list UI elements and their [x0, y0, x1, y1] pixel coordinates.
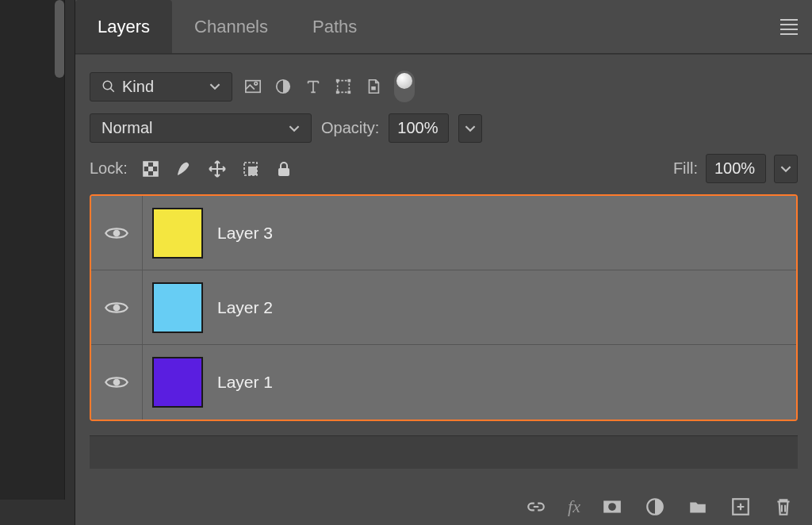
- layers-panel: Layers Channels Paths Kind: [75, 0, 812, 525]
- filter-type-icon[interactable]: [304, 77, 323, 96]
- blend-mode-value: Normal: [102, 119, 152, 137]
- svg-point-22: [113, 379, 121, 386]
- chevron-down-icon: [289, 123, 300, 134]
- svg-point-0: [103, 81, 112, 90]
- eye-icon: [105, 299, 128, 316]
- layer-row[interactable]: Layer 2: [91, 270, 796, 345]
- filter-row: Kind: [75, 59, 812, 113]
- layer-name[interactable]: Layer 3: [217, 224, 273, 243]
- tab-paths[interactable]: Paths: [290, 0, 379, 53]
- canvas-edge: [0, 0, 65, 500]
- layer-row[interactable]: Layer 3: [91, 196, 796, 270]
- opacity-label[interactable]: Opacity:: [321, 119, 379, 137]
- lock-transparency-icon[interactable]: [140, 159, 161, 179]
- fill-input[interactable]: 100%: [706, 154, 766, 183]
- panel-menu-icon[interactable]: [780, 16, 798, 38]
- svg-rect-18: [248, 167, 257, 175]
- layer-row[interactable]: Layer 1: [91, 345, 796, 420]
- lock-label: Lock:: [90, 159, 128, 178]
- layer-name[interactable]: Layer 2: [217, 298, 273, 317]
- layer-mask-icon[interactable]: [601, 496, 623, 517]
- filter-shape-icon[interactable]: [334, 77, 353, 96]
- link-layers-icon[interactable]: [525, 496, 547, 517]
- svg-rect-14: [148, 167, 153, 171]
- lock-position-icon[interactable]: [207, 159, 228, 179]
- svg-rect-8: [336, 91, 339, 94]
- filter-adjustment-icon[interactable]: [274, 77, 293, 96]
- new-layer-icon[interactable]: [730, 496, 752, 517]
- tab-layers[interactable]: Layers: [75, 0, 172, 53]
- layer-name[interactable]: Layer 1: [217, 373, 273, 392]
- svg-point-21: [113, 304, 121, 311]
- layer-thumbnail[interactable]: [152, 357, 203, 408]
- visibility-toggle[interactable]: [91, 224, 142, 242]
- filter-kind-dropdown[interactable]: Kind: [90, 72, 232, 102]
- scrollbar-thumb[interactable]: [55, 0, 64, 78]
- lock-pixels-icon[interactable]: [174, 159, 194, 179]
- svg-rect-13: [153, 162, 158, 167]
- layer-style-icon[interactable]: fx: [568, 496, 580, 517]
- fill-label[interactable]: Fill:: [673, 159, 698, 178]
- eye-icon: [105, 374, 128, 391]
- filter-kind-label: Kind: [122, 78, 154, 96]
- opacity-dropdown-button[interactable]: [458, 114, 482, 143]
- eye-icon: [105, 224, 128, 242]
- chevron-down-icon: [209, 81, 220, 92]
- visibility-toggle[interactable]: [91, 374, 142, 391]
- svg-rect-16: [153, 171, 158, 176]
- svg-point-24: [608, 503, 616, 511]
- svg-rect-7: [348, 79, 351, 82]
- panel-footer: fx: [525, 496, 795, 517]
- svg-rect-10: [371, 86, 376, 90]
- new-group-icon[interactable]: [687, 496, 709, 517]
- layers-empty-area[interactable]: [90, 435, 798, 469]
- lock-artboard-icon[interactable]: [240, 159, 261, 179]
- blend-row: Normal Opacity: 100%: [75, 113, 812, 154]
- filter-smartobject-icon[interactable]: [364, 77, 383, 96]
- svg-line-1: [110, 88, 114, 92]
- chevron-down-icon: [780, 163, 791, 174]
- svg-point-3: [255, 82, 258, 86]
- layer-thumbnail[interactable]: [152, 208, 203, 259]
- opacity-input[interactable]: 100%: [389, 113, 449, 143]
- svg-rect-12: [144, 162, 148, 167]
- panel-tabs: Layers Channels Paths: [75, 0, 812, 54]
- tab-channels[interactable]: Channels: [172, 0, 290, 53]
- chevron-down-icon: [465, 123, 476, 134]
- svg-point-20: [113, 229, 121, 236]
- svg-rect-5: [338, 81, 350, 93]
- svg-rect-9: [348, 91, 351, 94]
- filter-pixel-icon[interactable]: [243, 77, 262, 96]
- svg-rect-19: [278, 168, 289, 176]
- app-left-rail: [0, 0, 75, 525]
- visibility-toggle[interactable]: [91, 299, 142, 316]
- lock-row: Lock: Fill: 100%: [75, 154, 812, 194]
- layer-thumbnail[interactable]: [152, 282, 203, 333]
- svg-rect-6: [336, 79, 339, 82]
- delete-layer-icon[interactable]: [772, 496, 795, 517]
- layers-list-selection: Layer 3 Layer 2 Layer 1: [90, 194, 798, 421]
- search-icon: [102, 79, 116, 94]
- lock-all-icon[interactable]: [274, 159, 294, 179]
- fill-dropdown-button[interactable]: [774, 155, 798, 183]
- adjustment-layer-icon[interactable]: [644, 496, 666, 517]
- svg-rect-15: [144, 171, 148, 176]
- filter-toggle[interactable]: [394, 71, 415, 102]
- blend-mode-dropdown[interactable]: Normal: [90, 113, 312, 143]
